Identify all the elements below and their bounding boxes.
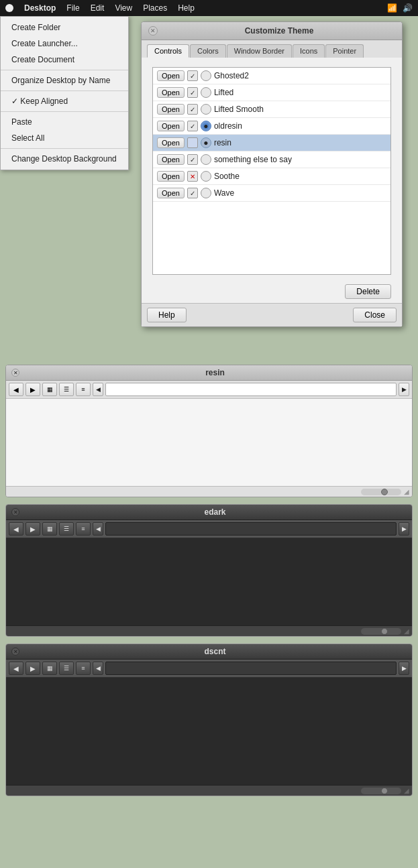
context-organize[interactable]: Organize Desktop by Name bbox=[1, 72, 128, 88]
dscnt-close-btn[interactable]: ✕ bbox=[11, 647, 19, 656]
tab-window-border[interactable]: Window Border bbox=[227, 44, 292, 58]
theme-row-lifted-smooth[interactable]: Open ✓ Lifted Smooth bbox=[153, 101, 390, 118]
theme-open-wave[interactable]: Open bbox=[157, 188, 185, 198]
theme-row-something-else[interactable]: Open ✓ something else to say bbox=[153, 151, 390, 168]
resin-close-btn[interactable]: ✕ bbox=[11, 369, 19, 377]
menubar-edit[interactable]: Edit bbox=[91, 3, 105, 13]
edark-path-right-arrow[interactable]: ▶ bbox=[399, 522, 409, 536]
theme-check-something-else[interactable]: ✓ bbox=[187, 154, 198, 165]
menubar-file[interactable]: File bbox=[66, 3, 79, 13]
edark-zoom-slider[interactable] bbox=[361, 628, 401, 635]
dscnt-titlebar: ✕ dscnt bbox=[6, 644, 412, 660]
dscnt-list-view-btn[interactable]: ☰ bbox=[59, 662, 74, 675]
theme-open-ghosted2[interactable]: Open bbox=[157, 70, 185, 81]
resin-forward-btn[interactable]: ▶ bbox=[25, 383, 40, 396]
theme-check-wave[interactable]: ✓ bbox=[187, 188, 198, 198]
resin-zoom-slider[interactable] bbox=[361, 489, 401, 495]
theme-radio-oldresin[interactable]: ● bbox=[201, 121, 211, 131]
theme-radio-lifted[interactable] bbox=[201, 87, 211, 98]
resin-path-right-arrow[interactable]: ▶ bbox=[399, 383, 409, 396]
dscnt-resize-handle[interactable]: ◢ bbox=[404, 787, 409, 794]
theme-open-something-else[interactable]: Open bbox=[157, 154, 185, 165]
delete-button[interactable]: Delete bbox=[345, 284, 391, 299]
theme-radio-lifted-smooth[interactable] bbox=[201, 104, 211, 115]
theme-name-something-else: something else to say bbox=[214, 155, 386, 164]
theme-name-lifted-smooth: Lifted Smooth bbox=[214, 105, 386, 114]
menubar-help[interactable]: Help bbox=[178, 3, 195, 13]
theme-row-resin[interactable]: Open ● resin bbox=[153, 135, 390, 151]
theme-open-oldresin[interactable]: Open bbox=[157, 121, 185, 131]
tab-controls[interactable]: Controls bbox=[147, 44, 189, 58]
theme-radio-wave[interactable] bbox=[201, 188, 211, 198]
theme-row-oldresin[interactable]: Open ✓ ● oldresin bbox=[153, 118, 390, 135]
theme-open-lifted[interactable]: Open bbox=[157, 87, 185, 98]
theme-name-wave: Wave bbox=[214, 188, 386, 198]
dscnt-slider-thumb bbox=[381, 788, 388, 794]
separator-3 bbox=[1, 111, 128, 112]
separator-4 bbox=[1, 148, 128, 149]
resin-path-left-arrow[interactable]: ◀ bbox=[93, 383, 103, 396]
edark-icon-view-btn[interactable]: ▦ bbox=[42, 522, 57, 536]
context-select-all[interactable]: Select All bbox=[1, 130, 128, 146]
dialog-close-btn[interactable]: ✕ bbox=[148, 26, 158, 36]
dscnt-zoom-slider[interactable] bbox=[361, 788, 401, 794]
resin-icon-view-btn[interactable]: ▦ bbox=[42, 383, 57, 396]
menubar-status-icons: 📶 🔊 bbox=[387, 3, 413, 13]
theme-open-soothe[interactable]: Open bbox=[157, 171, 185, 182]
dscnt-back-btn[interactable]: ◀ bbox=[9, 662, 23, 675]
separator-1 bbox=[1, 70, 128, 70]
edark-forward-btn[interactable]: ▶ bbox=[25, 522, 40, 536]
context-create-document[interactable]: Create Document bbox=[1, 52, 128, 68]
dialog-title: Customize Theme bbox=[163, 26, 395, 36]
theme-row-wave[interactable]: Open ✓ Wave bbox=[153, 185, 390, 202]
theme-row-soothe[interactable]: Open ✕ Soothe bbox=[153, 168, 390, 185]
theme-radio-resin[interactable]: ● bbox=[201, 137, 211, 148]
menubar-view[interactable]: View bbox=[115, 3, 132, 13]
context-change-background[interactable]: Change Desktop Background bbox=[1, 151, 128, 167]
dscnt-detail-view-btn[interactable]: ≡ bbox=[76, 662, 91, 675]
resin-list-view-btn[interactable]: ☰ bbox=[59, 383, 74, 396]
dscnt-forward-btn[interactable]: ▶ bbox=[25, 662, 40, 675]
context-keep-aligned[interactable]: Keep Aligned bbox=[1, 93, 128, 109]
edark-titlebar: ✕ edark bbox=[6, 505, 412, 520]
dscnt-path-bar[interactable] bbox=[105, 662, 397, 675]
theme-check-ghosted2[interactable]: ✓ bbox=[187, 70, 198, 81]
resin-back-btn[interactable]: ◀ bbox=[9, 383, 23, 396]
edark-close-btn[interactable]: ✕ bbox=[11, 508, 19, 516]
dscnt-path-right-arrow[interactable]: ▶ bbox=[399, 662, 409, 675]
edark-resize-handle[interactable]: ◢ bbox=[404, 627, 409, 635]
resin-detail-view-btn[interactable]: ≡ bbox=[76, 383, 91, 396]
edark-path-bar[interactable] bbox=[105, 522, 397, 536]
theme-check-soothe[interactable]: ✕ bbox=[187, 171, 198, 182]
dscnt-icon-view-btn[interactable]: ▦ bbox=[42, 662, 57, 675]
context-create-launcher[interactable]: Create Launcher... bbox=[1, 36, 128, 52]
theme-open-resin[interactable]: Open bbox=[157, 137, 185, 148]
theme-radio-something-else[interactable] bbox=[201, 154, 211, 165]
theme-row-ghosted2[interactable]: Open ✓ Ghosted2 bbox=[153, 68, 390, 84]
theme-check-resin[interactable] bbox=[187, 137, 198, 148]
tab-pointer[interactable]: Pointer bbox=[325, 44, 364, 58]
context-create-folder[interactable]: Create Folder bbox=[1, 19, 128, 36]
tab-colors[interactable]: Colors bbox=[190, 44, 226, 58]
theme-open-lifted-smooth[interactable]: Open bbox=[157, 104, 185, 115]
theme-radio-soothe[interactable] bbox=[201, 171, 211, 182]
edark-detail-view-btn[interactable]: ≡ bbox=[76, 522, 91, 536]
dscnt-path-left-arrow[interactable]: ◀ bbox=[93, 662, 103, 675]
theme-check-lifted-smooth[interactable]: ✓ bbox=[187, 104, 198, 115]
theme-radio-ghosted2[interactable] bbox=[201, 70, 211, 81]
theme-check-lifted[interactable]: ✓ bbox=[187, 87, 198, 98]
tab-icons[interactable]: Icons bbox=[293, 44, 325, 58]
help-button[interactable]: Help bbox=[147, 308, 187, 322]
edark-back-btn[interactable]: ◀ bbox=[9, 522, 23, 536]
edark-path-left-arrow[interactable]: ◀ bbox=[93, 522, 103, 536]
theme-row-lifted[interactable]: Open ✓ Lifted bbox=[153, 84, 390, 101]
resin-resize-handle[interactable]: ◢ bbox=[404, 488, 409, 495]
customize-theme-dialog: ✕ Customize Theme Controls Colors Window… bbox=[141, 21, 403, 327]
context-paste[interactable]: Paste bbox=[1, 114, 128, 130]
theme-check-oldresin[interactable]: ✓ bbox=[187, 121, 198, 131]
edark-list-view-btn[interactable]: ☰ bbox=[59, 522, 74, 536]
menubar-places[interactable]: Places bbox=[143, 3, 167, 13]
menubar-app-name[interactable]: Desktop bbox=[24, 3, 56, 13]
resin-path-bar[interactable] bbox=[105, 383, 397, 396]
close-button[interactable]: Close bbox=[353, 308, 397, 322]
